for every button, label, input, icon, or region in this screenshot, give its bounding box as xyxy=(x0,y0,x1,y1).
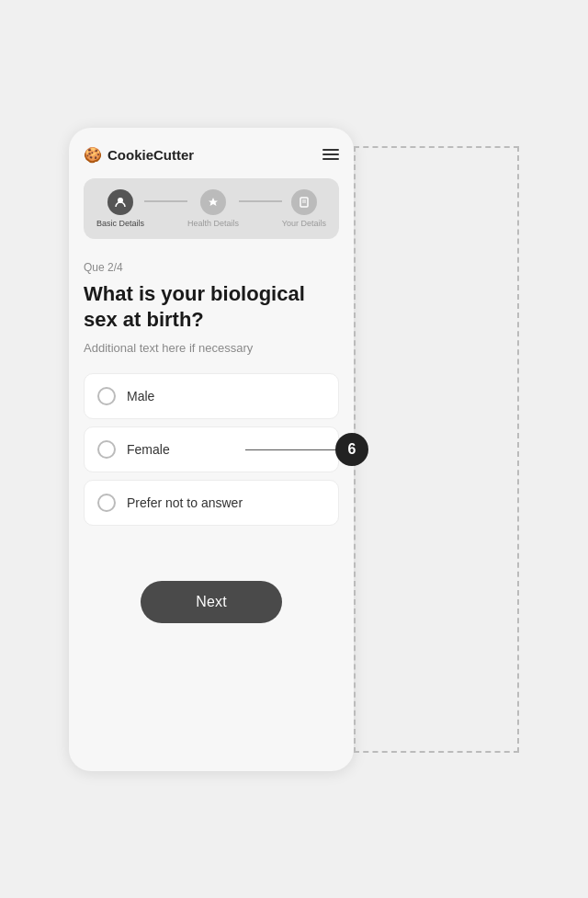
step-3-label: Your Details xyxy=(282,219,326,228)
connector-1-2 xyxy=(144,200,187,202)
option-prefer-not[interactable]: Prefer not to answer xyxy=(84,480,339,526)
cookie-icon: 🍪 xyxy=(84,146,102,164)
question-subtitle: Additional text here if necessary xyxy=(84,341,339,355)
step-health-details: Health Details xyxy=(187,189,239,228)
radio-prefer-not[interactable] xyxy=(97,494,116,512)
logo: 🍪 CookieCutter xyxy=(84,146,194,164)
hamburger-line-1 xyxy=(322,149,339,151)
option-male[interactable]: Male xyxy=(84,373,339,419)
progress-bar-section: Basic Details Health Details xyxy=(84,178,339,239)
annotation-badge-6: 6 xyxy=(335,433,368,466)
option-female-label: Female xyxy=(127,442,170,457)
step-basic-details: Basic Details xyxy=(96,189,144,228)
step-1-label: Basic Details xyxy=(96,219,144,228)
step-your-details: Your Details xyxy=(282,189,326,228)
step-3-icon xyxy=(291,189,317,215)
radio-male[interactable] xyxy=(97,387,116,405)
hamburger-menu[interactable] xyxy=(322,149,339,160)
option-male-label: Male xyxy=(127,389,154,404)
question-section: Que 2/4 What is your biological sex at b… xyxy=(84,261,339,355)
right-annotation-panel: 6 xyxy=(354,146,519,753)
step-2-label: Health Details xyxy=(187,219,239,228)
hamburger-line-3 xyxy=(322,158,339,160)
step-1-icon xyxy=(107,189,133,215)
connector-2-3 xyxy=(239,200,282,202)
logo-text: CookieCutter xyxy=(107,147,194,163)
step-2-icon xyxy=(200,189,226,215)
radio-female[interactable] xyxy=(97,440,116,459)
question-number: Que 2/4 xyxy=(84,261,339,274)
outer-wrapper: 🍪 CookieCutter Basic Details xyxy=(69,128,519,771)
question-title: What is your biological sex at birth? xyxy=(84,281,339,334)
connector-line xyxy=(245,449,337,450)
option-prefer-not-label: Prefer not to answer xyxy=(127,495,243,510)
next-button[interactable]: Next xyxy=(141,581,282,623)
header: 🍪 CookieCutter xyxy=(84,146,339,164)
hamburger-line-2 xyxy=(322,153,339,155)
